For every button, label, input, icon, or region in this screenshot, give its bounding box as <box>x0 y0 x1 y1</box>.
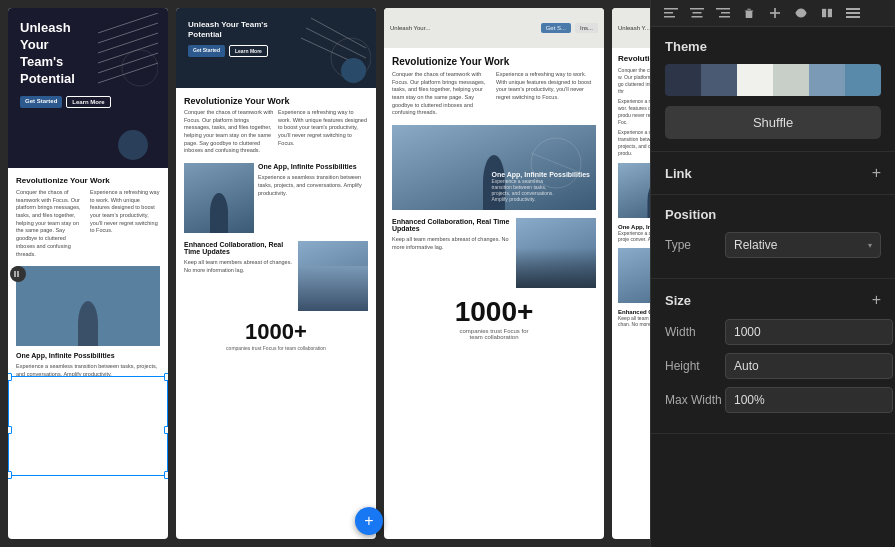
align-right-icon[interactable] <box>713 6 733 20</box>
size-title: Size <box>665 293 691 308</box>
enhanced-text-3: Enhanced Collaboration, Real Time Update… <box>392 218 510 288</box>
type-row: Type Relative ▾ <box>665 232 881 258</box>
card-body-4: Revolutionize... Conquer the chaos of te… <box>612 48 650 333</box>
bottom-section-1: One App, Infinite Possibilities Experien… <box>16 352 160 378</box>
type-select[interactable]: Relative ▾ <box>725 232 881 258</box>
swatch-6[interactable] <box>845 64 881 96</box>
col1-1: Conquer the chaos of teamwork with Focus… <box>16 189 86 258</box>
hero-buttons-1: Get Started Learn More <box>20 96 156 108</box>
bottom-text-1: Experience a seamless transition between… <box>16 363 160 378</box>
big-number-2: 1000+ <box>184 319 368 345</box>
bottom-col1-1: One App, Infinite Possibilities Experien… <box>16 352 160 378</box>
handle-br[interactable] <box>164 471 168 479</box>
shuffle-button[interactable]: Shuffle <box>665 106 881 139</box>
handle-tl[interactable] <box>8 373 12 381</box>
size-header: Size + <box>665 291 881 309</box>
add-row-icon[interactable] <box>765 6 785 20</box>
app-text-2: One App, Infinite Possibilities Experien… <box>258 163 368 233</box>
topbar-btn1-3[interactable]: Get S... <box>541 23 571 33</box>
enhanced-title-2: Enhanced Collaboration, Real Time Update… <box>184 241 294 255</box>
app-image-2 <box>184 163 254 233</box>
delete-icon[interactable] <box>739 6 759 20</box>
enhanced-section-2: Enhanced Collaboration, Real Time Update… <box>184 241 368 311</box>
topbar-btn2-3[interactable]: Ins... <box>575 23 598 33</box>
svg-rect-27 <box>822 9 826 17</box>
position-section: Position Type Relative ▾ <box>651 195 895 279</box>
col2-text-1: Experience a refreshing way to work. Wit… <box>90 189 160 235</box>
svg-rect-18 <box>690 8 704 10</box>
big-number-section-2: 1000+ companies trust Focus for team col… <box>184 319 368 351</box>
visibility-icon[interactable] <box>791 6 811 20</box>
preview-card-3[interactable]: Unleash Your... Get S... Ins... Revoluti… <box>384 8 604 539</box>
one-app-4: One App, Infi... Experience a sea betw t… <box>618 224 650 242</box>
svg-rect-17 <box>664 16 675 18</box>
get-started-btn-2[interactable]: Get Started <box>188 45 225 57</box>
two-col-2: Conquer the chaos of teamwork with Focus… <box>184 109 368 155</box>
split-icon[interactable] <box>817 6 837 20</box>
link-row: Link + <box>665 164 881 182</box>
link-plus[interactable]: + <box>872 164 881 182</box>
app-desc-2: Experience a seamless transition between… <box>258 174 368 197</box>
height-input[interactable] <box>725 353 893 379</box>
section-title-3: Revolutionize Your Work <box>392 56 596 67</box>
col2-text-2: Experience a refreshing way to work. Wit… <box>278 109 368 147</box>
swatch-2[interactable] <box>701 64 737 96</box>
card-topbar-4: Unleash Y... <box>612 8 650 48</box>
width-label: Width <box>665 325 725 339</box>
handle-tr[interactable] <box>164 373 168 381</box>
city-skyline-2 <box>298 266 368 311</box>
preview-card-2[interactable]: Unleash Your Team's Potential Get Starte… <box>176 8 376 539</box>
app-label-3: One App, Infinite Possibilities Experien… <box>491 171 590 202</box>
type-chevron: ▾ <box>868 241 872 250</box>
section-text-3: Conquer the chaos of teamwork with Focus… <box>392 71 492 117</box>
align-left-icon[interactable] <box>661 6 681 20</box>
theme-palette[interactable] <box>665 64 881 96</box>
learn-more-btn-1[interactable]: Learn More <box>66 96 110 108</box>
card-body-1: Revolutionize Your Work Conquer the chao… <box>8 168 168 387</box>
learn-more-btn-2[interactable]: Learn More <box>229 45 268 57</box>
width-input[interactable] <box>725 319 893 345</box>
swatch-1[interactable] <box>665 64 701 96</box>
overflow-icon[interactable] <box>843 6 863 20</box>
swatch-4[interactable] <box>773 64 809 96</box>
position-title: Position <box>665 207 716 222</box>
canvas-area: Unleash Your Team's Potential Get Starte… <box>0 0 650 547</box>
app-title-2: One App, Infinite Possibilities <box>258 163 368 170</box>
handle-mr[interactable] <box>164 426 168 434</box>
one-app-text-4: Experience a sea betw tasks, proje conve… <box>618 230 650 242</box>
big-number-3: 1000+ <box>392 296 596 328</box>
align-center-icon[interactable] <box>687 6 707 20</box>
col1-2: Conquer the chaos of teamwork with Focus… <box>184 109 274 155</box>
enhanced-desc-3: Keep all team members abreast of changes… <box>392 236 510 251</box>
handle-ml[interactable] <box>8 426 12 434</box>
svg-rect-29 <box>846 8 860 10</box>
svg-rect-23 <box>719 16 730 18</box>
enhanced-section-3: Enhanced Collaboration, Real Time Update… <box>392 218 596 288</box>
svg-rect-28 <box>828 9 832 17</box>
bottom-title-1: One App, Infinite Possibilities <box>16 352 160 359</box>
right-panel: Theme Shuffle Link + Position Type Relat… <box>650 0 895 547</box>
get-started-btn-1[interactable]: Get Started <box>20 96 62 108</box>
handle-bl[interactable] <box>8 471 12 479</box>
app-section-2: One App, Infinite Possibilities Experien… <box>184 163 368 233</box>
swatch-5[interactable] <box>809 64 845 96</box>
size-plus[interactable]: + <box>872 291 881 309</box>
full-image-3: One App, Infinite Possibilities Experien… <box>392 125 596 210</box>
max-width-input[interactable] <box>725 387 893 413</box>
svg-rect-31 <box>846 16 860 18</box>
link-title: Link <box>665 166 692 181</box>
link-section: Link + <box>651 152 895 195</box>
two-col-3: Conquer the chaos of teamwork with Focus… <box>392 71 596 117</box>
dark-oval-2 <box>341 58 366 83</box>
svg-rect-19 <box>693 12 702 14</box>
section-text-4b: Experience a refreshing way to wor. feat… <box>618 98 650 126</box>
svg-rect-14 <box>17 271 19 277</box>
swatch-3[interactable] <box>737 64 773 96</box>
col2-1: Experience a refreshing way to work. Wit… <box>90 189 160 258</box>
preview-card-1[interactable]: Unleash Your Team's Potential Get Starte… <box>8 8 168 539</box>
add-button[interactable]: + <box>355 507 383 535</box>
height-label: Height <box>665 359 725 373</box>
enhanced-title-3: Enhanced Collaboration, Real Time Update… <box>392 218 510 232</box>
svg-rect-20 <box>692 16 703 18</box>
big-number-sub-2: companies trust Focus for team collabora… <box>184 345 368 351</box>
